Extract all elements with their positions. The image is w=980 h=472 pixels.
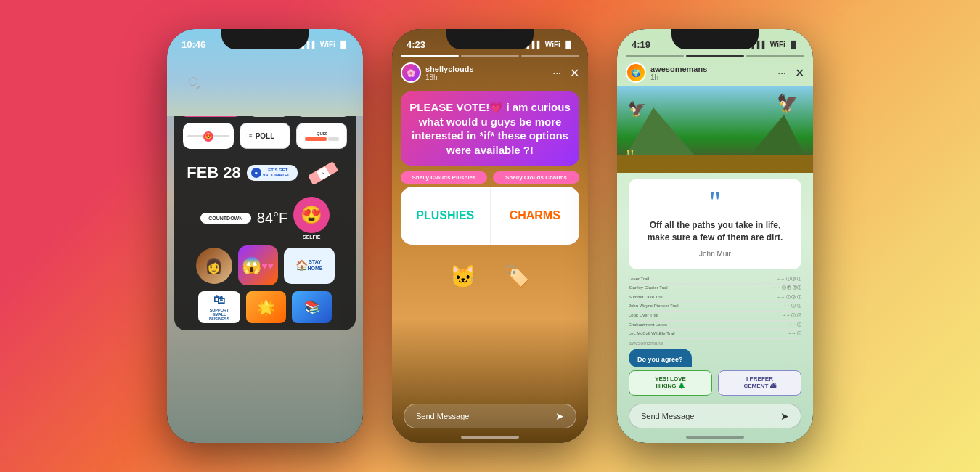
countdown-button[interactable]: COUNTDOWN [200, 213, 251, 224]
signal-icon: ▌▌▌ [752, 41, 767, 49]
progress-bar-3 [521, 55, 579, 57]
wifi-icon: WiFi [770, 41, 785, 49]
story3-progress [617, 52, 813, 60]
story-progress [392, 52, 588, 60]
sticker-row-5: 👩 😱 ♥♥ 🏠 STAYHOME [181, 245, 348, 285]
progress-bar-2 [686, 55, 744, 57]
trail-info: →→ ⓘ ① [782, 303, 801, 310]
trail-item-3: Summit Lake Trail →→ ⓘ ⓟ ① [629, 293, 801, 303]
story2-user-info: shellyclouds 18h [425, 65, 474, 81]
quiz-label: QUIZ [317, 131, 327, 136]
poll-label-1: Shelly Clouds Plushies [401, 171, 487, 184]
vaccinated-button[interactable]: ♥ LET'S GETVACCINATED [247, 165, 298, 181]
phone-3: 4:19 ▌▌▌ WiFi ▐▌ 🌍 awesomemans [617, 29, 813, 443]
trail-item-6: Enchantment Lakes →→ ⓘ [629, 321, 801, 330]
sticker-row-6: 🛍 SUPPORTSMALLBUSINESS 🌟 📚 [181, 291, 348, 323]
send-message-bar[interactable]: Send Message ➤ [404, 404, 576, 428]
send-message-bar-3[interactable]: Send Message ➤ [629, 404, 801, 428]
agree-option-yes[interactable]: YES! LOVEHIKING 🌲 [629, 370, 712, 396]
signal-icon: ▌▌▌ [527, 41, 542, 49]
phone1-status-bar: 10:46 ▌▌▌ WiFi ▐▌ [167, 29, 363, 52]
story3-actions: ··· ✕ [777, 66, 804, 80]
sticker-row-4: COUNTDOWN 84°F 😍 SELFIE [181, 197, 348, 240]
poll-option-plushies[interactable]: PLUSHIES [401, 187, 491, 245]
trail-info: →→ ⓘ [787, 330, 801, 338]
poll-label: POLL [256, 132, 275, 140]
progress-bar-1 [626, 55, 684, 57]
quiz-button[interactable]: QUIZ [296, 123, 347, 149]
search-icon [189, 77, 197, 86]
story2-header: 🌸 shellyclouds 18h ··· ✕ [392, 60, 588, 86]
selfie-emoji: 😍 [293, 197, 330, 233]
quote-mark: " [640, 190, 790, 213]
hearts-icon: ♥♥ [261, 260, 274, 272]
sticker-row-2: 😍 ≡ POLL QUIZ [181, 123, 348, 149]
phone1-status-icons: ▌▌▌ WiFi ▐▌ [302, 41, 348, 49]
phone2-screen: 4:23 ▌▌▌ WiFi ▐▌ 🌸 shellyclouds [392, 29, 588, 443]
more-icon[interactable]: ··· [777, 67, 786, 78]
more-icon[interactable]: ··· [552, 67, 561, 78]
quote-decoration: " [626, 145, 634, 167]
support-label: SUPPORTSMALLBUSINESS [209, 308, 229, 321]
send-message-text-3: Send Message [641, 412, 694, 420]
close-icon[interactable]: ✕ [795, 66, 804, 80]
send-icon[interactable]: ➤ [555, 410, 564, 422]
home-indicator-3 [686, 436, 744, 439]
trail-name: Enchantment Lakes [629, 322, 667, 329]
scream-sticker: 😱 ♥♥ [238, 245, 278, 285]
support-button[interactable]: 🛍 SUPPORTSMALLBUSINESS [198, 291, 240, 323]
poll-label-2: Shelly Clouds Charms [493, 171, 579, 184]
story3-avatar: 🌍 [626, 62, 646, 83]
vaccinated-label: LET'S GETVACCINATED [263, 168, 290, 178]
trail-name: Loser Trail [629, 276, 649, 283]
trail-name: Summit Lake Trail [629, 294, 663, 301]
agree-no-label: I PREFERCEMENT 🏙 [744, 375, 776, 389]
trail-name: John Wayne Pioneer Trail [629, 303, 678, 310]
battery-icon: ▐▌ [563, 41, 573, 49]
send-message-text: Send Message [416, 412, 469, 420]
phone3-status-bar: 4:19 ▌▌▌ WiFi ▐▌ [617, 29, 813, 52]
trail-info: →→ ⓘ ⓟ [782, 312, 801, 320]
agree-options: YES! LOVEHIKING 🌲 I PREFERCEMENT 🏙 [629, 370, 801, 396]
progress-bar-2 [461, 55, 519, 57]
battery-icon: ▐▌ [338, 41, 348, 49]
close-icon[interactable]: ✕ [570, 66, 579, 80]
trail-info: →→ ⓘ ⓟ ① [776, 276, 801, 283]
poll-question: PLEASE VOTE!💗 i am curious what would u … [401, 91, 579, 166]
phone1-time: 10:46 [181, 39, 205, 50]
story2-user: 🌸 shellyclouds 18h [401, 62, 474, 83]
phone3-status-icons: ▌▌▌ WiFi ▐▌ [752, 41, 799, 49]
trail-info: →→ ⓘ [787, 322, 801, 329]
trail-info: →→ ⓘ ⓟ ①① [772, 285, 801, 292]
trail-item-7: Lec McCall Wildlife Trail →→ ⓘ [629, 330, 801, 339]
story2-avatar: 🌸 [401, 62, 421, 83]
agree-section: Do you agree? YES! LOVEHIKING 🌲 I PREFER… [629, 349, 801, 396]
agree-question: Do you agree? [637, 356, 683, 363]
trail-name: Look Over Trail [629, 312, 658, 320]
landscape-image: 🦅 🦅 " [617, 86, 813, 173]
poll-button[interactable]: ≡ POLL [240, 123, 290, 149]
phones-container: 10:46 ▌▌▌ WiFi ▐▌ Search [167, 29, 813, 443]
poll-options: PLUSHIES CHARMS [401, 187, 579, 245]
story2-time: 18h [425, 73, 474, 81]
temperature-sticker: 84°F [257, 210, 287, 227]
phone2-status-bar: 4:23 ▌▌▌ WiFi ▐▌ [392, 29, 588, 52]
story2-username: shellyclouds [425, 65, 474, 73]
story2-actions: ··· ✕ [552, 66, 579, 80]
quote-author: John Muir [640, 250, 790, 258]
scream-icon: 😱 [242, 256, 261, 275]
emoji-slider[interactable]: 😍 [183, 123, 234, 149]
progress-bar-3 [746, 55, 804, 57]
wifi-icon: WiFi [320, 41, 335, 49]
poll-option-charms[interactable]: CHARMS [491, 187, 580, 245]
sticker-row-3: FEB 28 ♥ LET'S GETVACCINATED + [181, 155, 348, 191]
stay-home-label: STAYHOME [308, 259, 323, 272]
agree-option-no[interactable]: I PREFERCEMENT 🏙 [718, 370, 801, 396]
story3-user-info: awesomemans 1h [650, 65, 707, 81]
phone1-screen: 10:46 ▌▌▌ WiFi ▐▌ Search [167, 29, 363, 443]
send-icon-3[interactable]: ➤ [780, 410, 789, 422]
phone3-time: 4:19 [632, 39, 650, 50]
quote-text: Off all the paths you take in life, make… [640, 219, 790, 244]
stay-home-button[interactable]: 🏠 STAYHOME [284, 248, 335, 284]
username-watermark: awesomemans [617, 339, 813, 347]
